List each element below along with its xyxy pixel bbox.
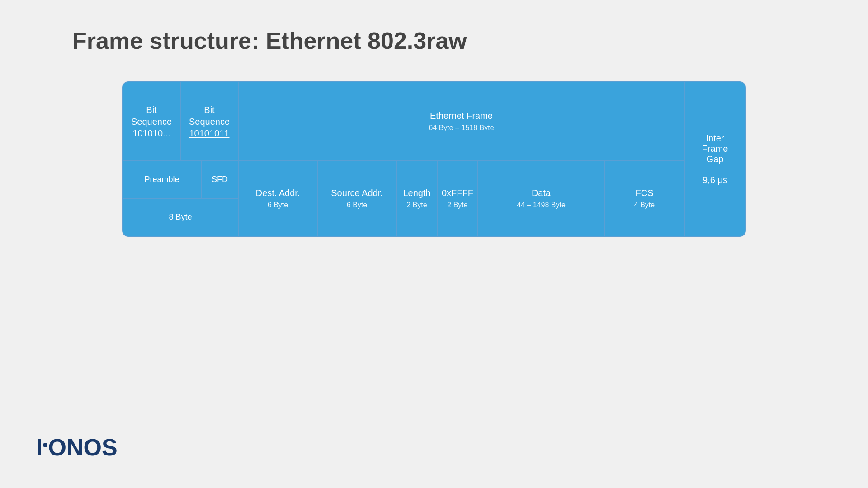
dest-addr-size: 6 Byte	[268, 201, 288, 210]
cell-data: Data 44 – 1498 Byte	[478, 161, 605, 236]
cell-preamble-sfd: Preamble SFD 8 Byte	[123, 161, 239, 236]
inter-frame-value: 9,6 μs	[702, 175, 728, 185]
page-title: Frame structure: Ethernet 802.3raw	[72, 27, 467, 54]
ethernet-frame-label: Ethernet Frame	[430, 110, 493, 122]
cell-length: Length 2 Byte	[397, 161, 438, 236]
source-addr-label: Source Addr.	[331, 187, 383, 199]
bit-seq-1-label: BitSequence101010...	[131, 104, 172, 139]
logo-text: IONOS	[36, 434, 118, 460]
dest-addr-label: Dest. Addr.	[256, 187, 300, 199]
cell-inter-frame-gap: Inter Frame Gap 9,6 μs	[684, 82, 745, 236]
sfd-label: SFD	[212, 175, 228, 184]
cell-ethernet-frame: Ethernet Frame 64 Byte – 1518 Byte	[239, 82, 684, 160]
ethernet-frame-sublabel: 64 Byte – 1518 Byte	[429, 123, 494, 133]
logo-onos: ONOS	[48, 434, 117, 460]
length-size: 2 Byte	[406, 201, 427, 210]
frame-diagram: BitSequence101010... BitSequence10101011…	[122, 81, 746, 237]
logo-dot	[43, 443, 47, 447]
cell-preamble: Preamble	[123, 161, 202, 198]
frame-main: BitSequence101010... BitSequence10101011…	[123, 82, 684, 236]
cell-source-addr: Source Addr. 6 Byte	[318, 161, 397, 236]
page-container: Frame structure: Ethernet 802.3raw BitSe…	[0, 0, 868, 488]
bit-seq-2-label: BitSequence10101011	[189, 104, 230, 139]
logo-i: I	[36, 434, 42, 460]
cell-sfd: SFD	[202, 161, 238, 198]
preamble-sfd-top: Preamble SFD	[123, 161, 238, 199]
preamble-size-label: 8 Byte	[169, 212, 192, 222]
data-label: Data	[532, 187, 551, 199]
oxffff-label: 0xFFFF	[442, 187, 473, 199]
bottom-row: Preamble SFD 8 Byte Dest. Addr. 6 Byte	[123, 161, 684, 236]
logo: IONOS	[36, 434, 118, 461]
source-addr-size: 6 Byte	[347, 201, 367, 210]
oxffff-size: 2 Byte	[447, 201, 467, 210]
cell-fcs: FCS 4 Byte	[605, 161, 684, 236]
preamble-label: Preamble	[144, 175, 179, 184]
preamble-size: 8 Byte	[123, 199, 238, 236]
top-row: BitSequence101010... BitSequence10101011…	[123, 82, 684, 161]
inter-frame-line2: Frame	[702, 144, 728, 154]
inter-frame-gap-text: Inter Frame Gap 9,6 μs	[702, 133, 728, 185]
cell-bit-sequence-2: BitSequence10101011	[181, 82, 239, 160]
cell-bit-sequence-1: BitSequence101010...	[123, 82, 181, 160]
data-size: 44 – 1498 Byte	[517, 201, 566, 210]
fcs-label: FCS	[636, 187, 654, 199]
inter-frame-line3: Gap	[702, 154, 728, 164]
cell-dest-addr: Dest. Addr. 6 Byte	[239, 161, 318, 236]
length-label: Length	[403, 187, 430, 199]
inter-frame-line1: Inter	[702, 133, 728, 144]
fcs-size: 4 Byte	[634, 201, 655, 210]
cell-oxffff: 0xFFFF 2 Byte	[438, 161, 478, 236]
